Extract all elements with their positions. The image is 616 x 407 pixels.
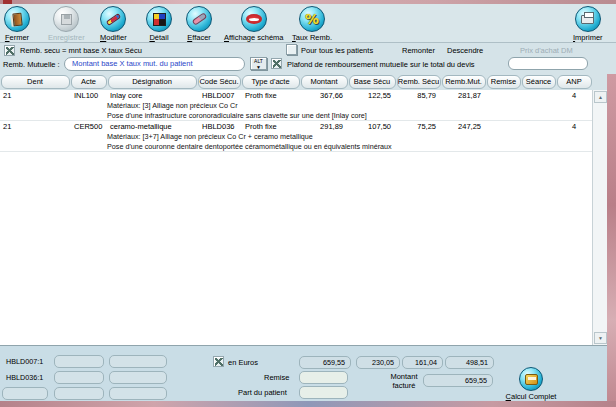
col-header-dent[interactable]: Dent [1, 75, 70, 89]
part-patient-input[interactable] [299, 386, 348, 399]
fermer-button[interactable]: Fermer [4, 6, 30, 42]
col-header-remb-mut[interactable]: Remb.Mut. [442, 75, 486, 89]
detail-button[interactable]: Détail [146, 6, 172, 42]
cell-dent: 21 [0, 90, 70, 101]
scroll-down-icon[interactable]: ▼ [594, 332, 607, 344]
enregistrer-button[interactable]: Enregistrer [48, 6, 85, 42]
cell-montant: 291,89 [300, 121, 348, 132]
door-icon [4, 6, 30, 32]
remonter-button[interactable]: Remonter [402, 46, 435, 55]
eraser-icon [186, 6, 212, 32]
cell-remb-mut: 247,25 [441, 121, 486, 132]
table-row[interactable]: 21 INL100 Inlay core HBLD007 Proth fixe … [0, 90, 592, 121]
cell-remise [486, 90, 521, 101]
imprimer-label: Imprimer [573, 33, 603, 42]
options-panel: Remb. secu = mnt base X taux Sécu Pour t… [0, 44, 616, 74]
cell-type-acte: Proth fixe [241, 121, 300, 132]
cell-type-acte: Proth fixe [241, 90, 300, 101]
col-header-seance[interactable]: Séance [522, 75, 556, 89]
cell-acte: CER500 [70, 121, 107, 132]
modifier-label: Modifier [100, 33, 127, 42]
remise-label: Remise [264, 373, 289, 382]
pour-tous-label: Pour tous les patients [301, 46, 373, 55]
row-materiaux: Matériaux: [3+7] Alliage non précieux Co… [0, 132, 592, 142]
cell-remise [486, 121, 521, 132]
affichage-schema-button[interactable]: Affichage schéma [224, 6, 284, 42]
table-scrollbar[interactable]: ▲ ▼ [592, 90, 607, 345]
cell-code-secu: HBLD007 [197, 90, 241, 101]
row-description: Pose d'une couronne dentaire dentoportée… [0, 142, 592, 152]
calculator-icon [519, 367, 543, 391]
prix-achat-input[interactable] [508, 57, 588, 70]
col-header-code-secu[interactable]: Code Sécu. [198, 75, 241, 89]
cell-remb-secu: 75,25 [396, 121, 441, 132]
descendre-button[interactable]: Descendre [447, 46, 483, 55]
col-header-base-secu[interactable]: Base Sécu [349, 75, 396, 89]
remb-secu-checkbox[interactable] [4, 45, 15, 56]
remb-mutuelle-combo[interactable]: Montant base X taux mut. du patient [64, 57, 245, 71]
cell-code-secu: HBLD036 [197, 121, 241, 132]
percent-icon: % [299, 6, 325, 32]
remise-input[interactable] [299, 371, 348, 384]
col-header-designation[interactable]: Désignation [108, 75, 197, 89]
effacer-label: Effacer [187, 33, 211, 42]
col-header-anp[interactable]: ANP [557, 75, 592, 89]
mouth-icon [241, 6, 267, 32]
cell-dent: 21 [0, 121, 70, 132]
taux-remb-button[interactable]: % Taux Remb. [292, 6, 332, 42]
scroll-up-icon[interactable]: ▲ [594, 91, 607, 103]
cell-montant: 367,66 [300, 90, 348, 101]
printer-icon [575, 6, 601, 32]
calcul-complet-button[interactable]: Calcul Complet [503, 367, 559, 401]
calcul-complet-label: Calcul Complet [506, 392, 557, 401]
col-header-remb-secu[interactable]: Remb. Sécu [397, 75, 441, 89]
total-remb-secu: 161,04 [402, 356, 443, 369]
montant-facture-label: Montant facturé [386, 372, 422, 390]
alt-dropdown-button[interactable]: ALT ▼ [250, 57, 267, 70]
code-box [109, 387, 167, 400]
cell-base-secu: 122,55 [348, 90, 396, 101]
cell-anp: 4 [556, 90, 592, 101]
cell-designation: Inlay core [107, 90, 197, 101]
total-montant: 659,55 [299, 356, 351, 369]
affichage-schema-label: Affichage schéma [224, 33, 284, 42]
cell-acte: INL100 [70, 90, 107, 101]
table-row[interactable]: 21 CER500 ceramo-metallique HBLD036 Prot… [0, 121, 592, 152]
row-description: Pose d'une infrastructure coronoradicula… [0, 111, 592, 121]
devis-window: Fermer Enregistrer Modifier Détail Effac… [0, 0, 616, 407]
code-box [109, 371, 167, 384]
save-icon [53, 6, 79, 32]
imprimer-button[interactable]: Imprimer [573, 6, 603, 42]
effacer-button[interactable]: Effacer [186, 6, 212, 42]
code-box [2, 387, 48, 400]
pour-tous-checkbox[interactable] [286, 44, 297, 55]
cell-seance [521, 121, 556, 132]
en-euros-checkbox[interactable] [213, 356, 224, 367]
col-header-type-acte[interactable]: Type d'acte [242, 75, 300, 89]
total-base-secu: 230,05 [356, 356, 400, 369]
prix-achat-label: Prix d'achat DM [520, 46, 573, 55]
part-patient-label: Part du patient [238, 388, 287, 397]
modifier-button[interactable]: Modifier [100, 6, 127, 42]
cell-seance [521, 90, 556, 101]
code-box [54, 355, 104, 368]
code-box [54, 371, 104, 384]
enregistrer-label: Enregistrer [48, 33, 85, 42]
acts-table: 21 INL100 Inlay core HBLD007 Proth fixe … [0, 90, 592, 345]
toolbar: Fermer Enregistrer Modifier Détail Effac… [0, 4, 616, 43]
plafond-checkbox[interactable] [271, 58, 282, 69]
code-box: HBLD036:1 [2, 371, 48, 384]
row-materiaux: Matériaux: [3] Alliage non précieux Co C… [0, 101, 592, 111]
cell-designation: ceramo-metallique [107, 121, 197, 132]
col-header-acte[interactable]: Acte [71, 75, 107, 89]
col-header-montant[interactable]: Montant [301, 75, 348, 89]
window-bottom-edge [0, 401, 616, 407]
code-box: HBLD007:1 [2, 355, 48, 368]
total-remb-mut: 498,51 [445, 356, 494, 369]
taux-remb-label: Taux Remb. [292, 33, 332, 42]
window-right-edge [607, 74, 616, 402]
cell-remb-secu: 85,79 [396, 90, 441, 101]
col-header-remise[interactable]: Remise [487, 75, 521, 89]
chevron-down-icon: ▼ [256, 64, 261, 70]
cell-anp: 4 [556, 121, 592, 132]
